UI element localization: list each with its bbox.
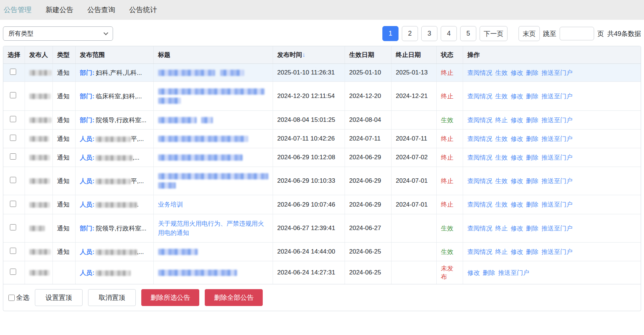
row-checkbox[interactable] xyxy=(10,201,16,207)
redacted-publisher xyxy=(29,94,51,99)
action-delete[interactable]: 删除 xyxy=(526,178,539,185)
row-checkbox[interactable] xyxy=(10,177,16,183)
action-view-readers[interactable]: 查阅情况 xyxy=(467,225,492,232)
row-checkbox[interactable] xyxy=(10,224,16,230)
cell-operations: 查阅情况生效修改删除推送至门户 xyxy=(463,64,641,82)
table-row: 通知 部门:院领导,行政科室... 2024-08-04 15:01:25 20… xyxy=(3,111,641,130)
action-view-readers[interactable]: 查阅情况 xyxy=(467,93,492,100)
status-badge: 终止 xyxy=(441,154,454,161)
title-link[interactable]: 关于规范用火用电行为、严禁违规用火用电的通知 xyxy=(158,220,264,237)
next-page-button[interactable]: 下一页 xyxy=(480,26,507,41)
action-delete[interactable]: 删除 xyxy=(526,69,539,76)
action-edit[interactable]: 修改 xyxy=(511,117,523,124)
action-terminate[interactable]: 终止 xyxy=(495,248,508,255)
action-delete[interactable]: 删除 xyxy=(526,117,539,124)
jump-page-input[interactable] xyxy=(560,27,594,40)
action-push-portal[interactable]: 推送至门户 xyxy=(542,154,573,161)
cell-end-date xyxy=(391,111,436,130)
title-link[interactable]: 业务培训 xyxy=(158,201,183,208)
cell-title: 关于规范用火用电行为、严禁违规用火用电的通知 xyxy=(153,214,273,243)
action-view-readers[interactable]: 查阅情况 xyxy=(467,135,492,142)
row-checkbox[interactable] xyxy=(10,269,16,275)
delete-all-button[interactable]: 删除全部公告 xyxy=(205,289,263,306)
action-activate[interactable]: 生效 xyxy=(495,69,508,76)
row-checkbox[interactable] xyxy=(10,92,16,98)
action-edit[interactable]: 修改 xyxy=(511,248,523,255)
cell-publish-time: 2024-07-11 10:42:26 xyxy=(273,130,345,148)
action-terminate[interactable]: 终止 xyxy=(495,117,508,124)
set-top-button[interactable]: 设置置顶 xyxy=(35,289,83,306)
action-delete[interactable]: 删除 xyxy=(526,154,539,161)
action-edit[interactable]: 修改 xyxy=(511,178,523,185)
delete-selected-button[interactable]: 删除所选公告 xyxy=(141,289,199,306)
cell-scope: 人员:. xyxy=(75,195,153,214)
cell-end-date: 2024-07-01 xyxy=(391,195,436,214)
nav-item-announcement-manage[interactable]: 公告管理 xyxy=(4,5,32,15)
action-push-portal[interactable]: 推送至门户 xyxy=(498,269,530,276)
cell-publish-time: 2024-06-29 10:12:08 xyxy=(273,148,345,167)
cell-operations: 查阅情况生效修改删除推送至门户 xyxy=(463,167,641,195)
redacted-title xyxy=(158,154,243,161)
action-view-readers[interactable]: 查阅情况 xyxy=(467,248,492,255)
action-edit[interactable]: 修改 xyxy=(511,225,523,232)
action-push-portal[interactable]: 推送至门户 xyxy=(542,201,573,208)
action-push-portal[interactable]: 推送至门户 xyxy=(542,248,573,255)
action-push-portal[interactable]: 推送至门户 xyxy=(542,93,573,100)
last-page-button[interactable]: 末页 xyxy=(519,26,540,41)
action-delete[interactable]: 删除 xyxy=(483,269,495,276)
row-checkbox[interactable] xyxy=(10,153,16,160)
action-view-readers[interactable]: 查阅情况 xyxy=(467,201,492,208)
select-all-checkbox[interactable] xyxy=(8,295,15,301)
action-edit[interactable]: 修改 xyxy=(511,93,523,100)
cell-effective-date: 2024-06-25 xyxy=(345,261,391,284)
action-view-readers[interactable]: 查阅情况 xyxy=(467,69,492,76)
page-button-3[interactable]: 3 xyxy=(421,26,437,41)
action-activate[interactable]: 生效 xyxy=(495,154,508,161)
row-checkbox[interactable] xyxy=(10,116,16,122)
cancel-top-button[interactable]: 取消置顶 xyxy=(88,289,136,306)
action-push-portal[interactable]: 推送至门户 xyxy=(542,225,573,232)
page-button-2[interactable]: 2 xyxy=(402,26,418,41)
cell-publish-time: 2024-06-24 14:44:00 xyxy=(273,243,345,261)
header-title: 标题 xyxy=(153,46,273,64)
page-button-4[interactable]: 4 xyxy=(441,26,457,41)
action-edit[interactable]: 修改 xyxy=(511,154,523,161)
row-checkbox[interactable] xyxy=(10,135,16,141)
nav-item-announcement-query[interactable]: 公告查询 xyxy=(87,5,115,15)
header-publish-time[interactable]: 发布时间↓ xyxy=(273,46,345,64)
action-delete[interactable]: 删除 xyxy=(526,135,539,142)
scope-prefix: 部门: xyxy=(80,117,95,124)
type-filter-select[interactable]: 所有类型 xyxy=(3,26,113,41)
redacted-title xyxy=(158,270,237,276)
action-edit[interactable]: 修改 xyxy=(467,269,480,276)
cell-type: 通知 xyxy=(52,214,75,243)
action-activate[interactable]: 生效 xyxy=(495,178,508,185)
cell-scope: 人员:平,... xyxy=(75,167,153,195)
action-view-readers[interactable]: 查阅情况 xyxy=(467,154,492,161)
row-checkbox[interactable] xyxy=(10,248,16,254)
action-activate[interactable]: 生效 xyxy=(495,93,508,100)
action-view-readers[interactable]: 查阅情况 xyxy=(467,117,492,124)
redacted-title xyxy=(158,70,215,76)
action-delete[interactable]: 删除 xyxy=(526,248,539,255)
action-delete[interactable]: 删除 xyxy=(526,93,539,100)
action-terminate[interactable]: 终止 xyxy=(495,225,508,232)
action-activate[interactable]: 生效 xyxy=(495,135,508,142)
action-push-portal[interactable]: 推送至门户 xyxy=(542,178,573,185)
page-button-5[interactable]: 5 xyxy=(460,26,476,41)
action-edit[interactable]: 修改 xyxy=(511,69,523,76)
action-delete[interactable]: 删除 xyxy=(526,225,539,232)
action-view-readers[interactable]: 查阅情况 xyxy=(467,178,492,185)
nav-item-new-announcement[interactable]: 新建公告 xyxy=(46,5,73,15)
action-edit[interactable]: 修改 xyxy=(511,201,523,208)
action-push-portal[interactable]: 推送至门户 xyxy=(542,69,573,76)
action-push-portal[interactable]: 推送至门户 xyxy=(542,135,573,142)
action-push-portal[interactable]: 推送至门户 xyxy=(542,117,573,124)
row-checkbox[interactable] xyxy=(10,69,16,75)
redacted-scope xyxy=(96,136,131,142)
action-edit[interactable]: 修改 xyxy=(511,135,523,142)
action-activate[interactable]: 生效 xyxy=(495,201,508,208)
action-delete[interactable]: 删除 xyxy=(526,201,539,208)
nav-item-announcement-stats[interactable]: 公告统计 xyxy=(129,5,157,15)
page-button-1[interactable]: 1 xyxy=(382,26,399,41)
